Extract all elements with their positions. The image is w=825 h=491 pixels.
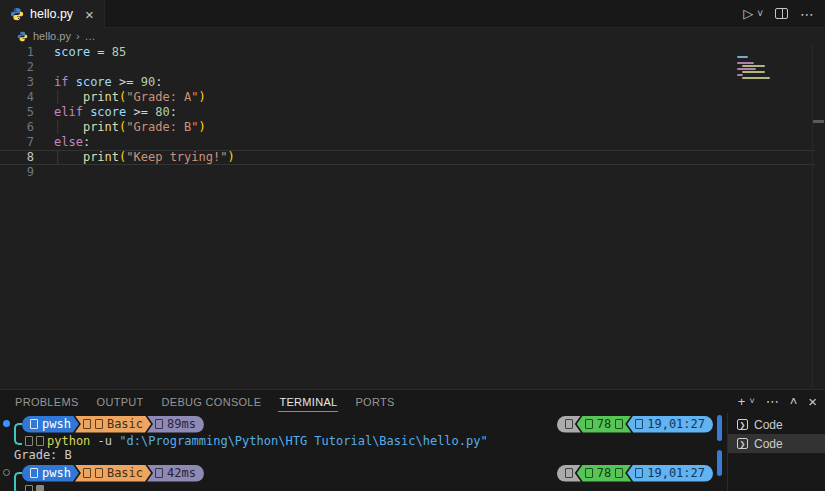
minimap-line (737, 80, 771, 82)
code-token: elif (54, 105, 83, 119)
terminal-more-actions-icon[interactable]: ⋯ (766, 395, 779, 408)
terminal-list: ❯Code❯Code (727, 413, 825, 491)
code-token: = (97, 45, 104, 59)
panel-tab-problems[interactable]: PROBLEMS (14, 392, 80, 411)
code-token: : (170, 105, 177, 119)
code-token: "Grade: B" (126, 120, 198, 134)
code-token: else (54, 135, 83, 149)
code-text-content (34, 60, 54, 75)
line-number: 2 (0, 60, 34, 75)
nerd-glyph-icon (30, 419, 38, 429)
nerd-glyph-icon (635, 419, 643, 429)
segment-label: 19,01:27 (647, 417, 705, 431)
prompt-glyph-icon (36, 436, 44, 446)
terminal-command-row[interactable]: python -u "d:\Programming\Python\HTG Tut… (14, 433, 715, 448)
terminal-prompt-row: pwshBasic89ms7819,01:27 (14, 415, 715, 433)
terminal-scrollbar[interactable] (715, 413, 727, 491)
new-terminal-button[interactable]: + (738, 395, 746, 408)
terminal-area[interactable]: pwshBasic89ms7819,01:27python -u "d:\Pro… (0, 413, 715, 491)
terminal-list-item[interactable]: ❯Code (728, 415, 825, 434)
segment-label: 78 (597, 417, 611, 431)
code-line[interactable]: 2 (0, 60, 825, 75)
command-placeholder-decoration[interactable] (3, 469, 10, 476)
breadcrumb[interactable]: hello.py › … (0, 28, 825, 44)
code-line[interactable]: 9 (0, 165, 825, 180)
code-token (61, 150, 83, 164)
terminal-cursor (36, 485, 44, 491)
breadcrumb-symbol-ellipsis[interactable]: … (85, 30, 96, 42)
terminal-command-row[interactable] (14, 482, 715, 491)
line-number: 1 (0, 45, 34, 60)
prompt-glyph-icon (25, 436, 33, 446)
panel-tab-terminal[interactable]: TERMINAL (278, 392, 338, 412)
breadcrumb-file[interactable]: hello.py (33, 30, 71, 42)
python-icon (10, 7, 24, 21)
code-token (61, 90, 83, 104)
nerd-glyph-icon (83, 468, 91, 478)
code-token: ) (199, 90, 206, 104)
line-number: 3 (0, 75, 34, 90)
code-token: : (83, 135, 90, 149)
code-line[interactable]: 3if score >= 90: (0, 75, 825, 90)
minimap-line (742, 71, 765, 73)
nerd-glyph-icon (585, 419, 593, 429)
code-line[interactable]: 6│ print("Grade: B") (0, 120, 825, 135)
code-line[interactable]: 5elif score >= 80: (0, 105, 825, 120)
editor-tab-hello-py[interactable]: hello.py × (0, 0, 105, 28)
code-line[interactable]: 7else: (0, 135, 825, 150)
code-token: score (76, 75, 112, 89)
segment-label: pwsh (42, 417, 71, 431)
prompt-connector-bottom (14, 483, 22, 491)
run-dropdown-icon[interactable]: ˅ (757, 8, 763, 19)
code-token: if (54, 75, 68, 89)
launch-profile-dropdown-icon[interactable]: ˅ (749, 397, 754, 406)
prompt-segment-basic-Basic: Basic (75, 416, 151, 433)
prompt-segment-green-78: 78 (577, 416, 631, 433)
minimap-line (737, 74, 743, 76)
segment-label: 19,01:27 (647, 466, 705, 480)
prompt-glyph-icon (25, 485, 33, 491)
segment-label: Basic (107, 466, 143, 480)
code-text-content: else: (34, 135, 90, 150)
code-token: print (83, 150, 119, 164)
terminal-list-item[interactable]: ❯Code (728, 434, 825, 453)
split-editor-icon[interactable] (775, 8, 788, 19)
command-success-decoration[interactable] (3, 420, 10, 427)
python-icon (17, 31, 28, 42)
minimap-line (737, 68, 756, 70)
code-text-content (34, 165, 54, 180)
command-token: python (47, 434, 90, 448)
nerd-glyph-icon (565, 419, 573, 429)
code-token: 85 (112, 45, 126, 59)
terminal-prompt-row: pwshBasic42ms7819,01:27 (14, 464, 715, 482)
minimap[interactable] (737, 56, 771, 83)
segment-label: 42ms (167, 466, 196, 480)
code-text-content: if score >= 90: (34, 75, 162, 90)
prompt-segment-pwsh-pwsh: pwsh (22, 416, 79, 433)
code-line[interactable]: 4│ print("Grade: A") (0, 90, 825, 105)
panel-tab-ports[interactable]: PORTS (354, 392, 395, 411)
panel-tab-debug-console[interactable]: DEBUG CONSOLE (161, 392, 263, 411)
minimap-line (737, 59, 771, 61)
code-token: "Grade: A" (126, 90, 198, 104)
close-panel-icon[interactable]: × (808, 394, 817, 409)
panel-tab-output[interactable]: OUTPUT (96, 392, 145, 411)
prompt-connector-bottom (14, 434, 22, 445)
overview-cursor-mark (813, 120, 824, 123)
code-editor[interactable]: 1score = 8523if score >= 90:4│ print("Gr… (0, 44, 825, 389)
overview-ruler (812, 44, 825, 389)
nerd-glyph-icon (615, 468, 623, 478)
code-line[interactable]: 1score = 85 (0, 45, 825, 60)
code-token (112, 75, 119, 89)
editor-more-actions-icon[interactable]: ⋯ (800, 6, 815, 22)
code-token: ) (199, 120, 206, 134)
run-python-file-button[interactable]: ▷ (743, 6, 753, 21)
breadcrumb-separator: › (76, 30, 80, 42)
maximize-panel-icon[interactable]: ˄ (790, 395, 798, 408)
code-line[interactable]: 8│ print("Keep trying!") (0, 150, 815, 165)
close-tab-icon[interactable]: × (85, 7, 94, 22)
command-token: "d:\Programming\Python\HTG Tutorial\Basi… (119, 434, 487, 448)
line-number: 4 (0, 90, 34, 105)
code-token: 80 (155, 105, 169, 119)
segment-label: 78 (597, 466, 611, 480)
